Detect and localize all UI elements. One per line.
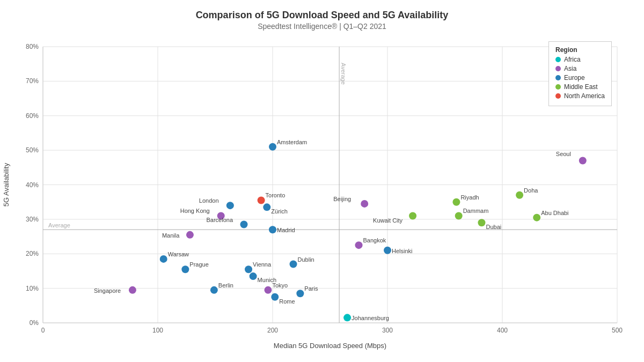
svg-text:80%: 80%: [26, 43, 39, 50]
legend-dot: [555, 57, 561, 62]
legend-item-europe: Europe: [555, 74, 605, 82]
city-label-tokyo: Tokyo: [272, 282, 288, 289]
svg-text:400: 400: [497, 327, 508, 334]
city-dot-manila: [186, 231, 194, 239]
city-label-paris: Paris: [304, 285, 318, 292]
legend-label: North America: [564, 92, 605, 100]
svg-text:Median 5G Download Speed (Mbps: Median 5G Download Speed (Mbps): [274, 342, 386, 350]
city-label-rome: Rome: [279, 298, 295, 305]
city-dot-abu-dhabi: [533, 214, 540, 221]
city-label-toronto: Toronto: [266, 192, 286, 198]
city-label-beijing: Beijing: [333, 196, 351, 202]
svg-text:300: 300: [382, 327, 393, 334]
svg-text:20%: 20%: [26, 250, 39, 257]
city-dot-dublin: [290, 261, 297, 268]
city-label-dublin: Dublin: [298, 256, 314, 263]
city-dot-helsinki: [384, 247, 391, 254]
city-dot-johannesburg: [343, 314, 351, 321]
legend-item-middle-east: Middle East: [555, 83, 605, 91]
city-dot-seoul: [579, 157, 587, 164]
svg-text:70%: 70%: [26, 77, 39, 85]
city-dot-munich: [250, 272, 257, 280]
legend-dot: [555, 84, 561, 90]
city-label-seoul: Seoul: [556, 151, 571, 157]
city-label-dammam: Dammam: [463, 208, 489, 214]
city-label-hong-kong: Hong Kong: [180, 208, 210, 214]
svg-text:60%: 60%: [26, 112, 39, 120]
city-dot-prague: [181, 265, 189, 273]
legend-dot: [555, 75, 561, 80]
legend-label: Middle East: [564, 83, 598, 91]
svg-text:200: 200: [267, 327, 278, 334]
chart-title: Comparison of 5G Download Speed and 5G A…: [196, 10, 449, 21]
city-dot-bangkok: [355, 241, 363, 249]
svg-text:30%: 30%: [26, 216, 39, 223]
city-label-prague: Prague: [189, 261, 208, 268]
city-dot-tokyo: [264, 286, 272, 294]
city-label-johannesburg: Johannesburg: [352, 315, 389, 321]
city-label-vienna: Vienna: [253, 261, 272, 268]
city-dot-doha: [516, 191, 523, 199]
city-dot-warsaw: [160, 255, 167, 263]
svg-text:Average: Average: [48, 222, 70, 228]
chart-area: 0%10%20%30%40%50%60%70%80%01002003004005…: [0, 36, 644, 362]
svg-text:40%: 40%: [26, 181, 39, 189]
svg-text:50%: 50%: [26, 146, 39, 154]
city-label-zürich: Zürich: [271, 208, 288, 215]
city-label-barcelona: Barcelona: [207, 217, 233, 223]
city-dot-rome: [271, 293, 279, 301]
city-dot-beijing: [361, 200, 368, 208]
city-label-riyadh: Riyadh: [460, 194, 479, 201]
city-dot-berlin: [210, 286, 218, 294]
legend-item-north-america: North America: [555, 92, 605, 100]
chart-container: Comparison of 5G Download Speed and 5G A…: [0, 0, 644, 362]
city-dot-dubai: [478, 219, 485, 226]
legend-label: Asia: [564, 65, 576, 72]
city-label-bangkok: Bangkok: [363, 237, 386, 243]
legend-dot: [555, 66, 561, 71]
city-dot-paris: [296, 290, 304, 297]
city-label-london: London: [199, 197, 219, 204]
chart-subtitle: Speedtest Intelligence® | Q1–Q2 2021: [258, 22, 386, 31]
city-label-warsaw: Warsaw: [168, 251, 189, 257]
city-dot-amsterdam: [269, 143, 276, 151]
svg-text:5G Availability: 5G Availability: [2, 162, 10, 206]
city-dot-barcelona: [240, 221, 248, 228]
legend-item-asia: Asia: [555, 65, 605, 72]
city-dot-toronto: [258, 196, 265, 204]
legend-item-africa: Africa: [555, 56, 605, 63]
svg-text:100: 100: [152, 327, 163, 334]
city-dot-kuwait-city: [409, 212, 416, 219]
legend: Region AfricaAsiaEuropeMiddle EastNorth …: [548, 41, 612, 106]
city-label-abu-dhabi: Abu Dhabi: [541, 210, 568, 216]
city-label-manila: Manila: [162, 232, 180, 239]
city-dot-zürich: [263, 203, 270, 211]
city-label-singapore: Singapore: [94, 287, 121, 294]
city-dot-riyadh: [452, 198, 460, 206]
city-dot-singapore: [129, 286, 136, 294]
city-dot-dammam: [455, 212, 463, 219]
city-label-kuwait-city: Kuwait City: [373, 217, 403, 224]
city-label-doha: Doha: [524, 187, 538, 194]
svg-text:500: 500: [612, 327, 623, 334]
scatter-plot: 0%10%20%30%40%50%60%70%80%01002003004005…: [0, 36, 644, 352]
legend-label: Africa: [564, 56, 581, 63]
city-label-madrid: Madrid: [277, 227, 295, 233]
svg-text:0%: 0%: [30, 319, 39, 327]
svg-text:0: 0: [41, 327, 45, 334]
city-dot-vienna: [245, 265, 252, 273]
city-label-amsterdam: Amsterdam: [277, 139, 307, 145]
legend-dot: [555, 93, 561, 99]
city-dot-london: [226, 202, 234, 209]
legend-title: Region: [555, 46, 605, 54]
svg-text:Average: Average: [340, 63, 347, 85]
city-label-dubai: Dubai: [486, 224, 501, 230]
city-label-berlin: Berlin: [218, 282, 233, 289]
svg-text:10%: 10%: [26, 285, 39, 292]
city-dot-madrid: [269, 226, 276, 233]
city-label-helsinki: Helsinki: [392, 248, 413, 254]
legend-label: Europe: [564, 74, 585, 82]
